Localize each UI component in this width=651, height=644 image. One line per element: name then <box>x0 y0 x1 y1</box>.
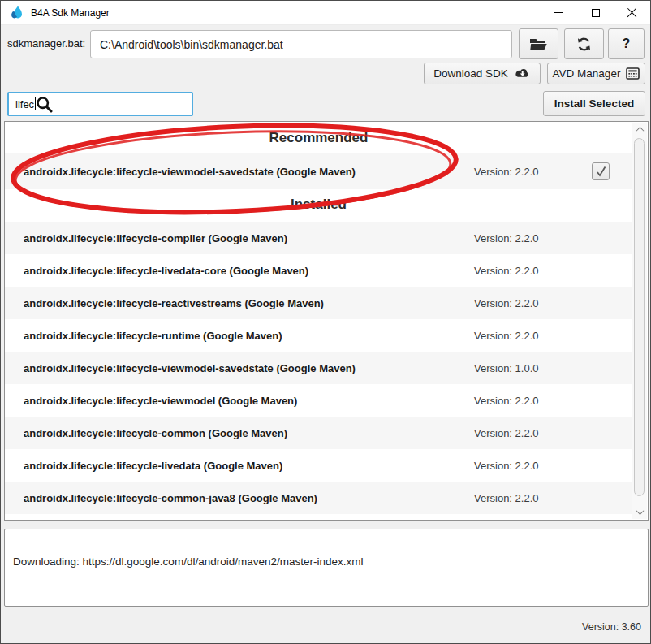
download-sdk-button[interactable]: Download SDK <box>424 63 541 84</box>
download-sdk-label: Download SDK <box>433 67 508 80</box>
package-name: androidx.lifecycle:lifecycle-viewmodel (… <box>5 395 297 407</box>
package-row[interactable]: androidx.lifecycle:lifecycle-common-java… <box>5 482 632 514</box>
package-name: androidx.lifecycle:lifecycle-reactivestr… <box>5 297 324 309</box>
magnifier-icon <box>36 96 53 113</box>
chevron-up-icon <box>636 127 644 135</box>
package-version: Version: 2.2.0 <box>474 232 539 244</box>
maximize-icon <box>592 9 600 17</box>
section-header-recommended: Recommended <box>5 130 632 149</box>
package-version: Version: 2.2.0 <box>474 460 539 472</box>
package-version: Version: 1.0.0 <box>474 362 539 374</box>
package-row[interactable]: androidx.lifecycle:lifecycle-viewmodel-s… <box>5 352 632 384</box>
install-selected-button[interactable]: Install Selected <box>543 91 645 116</box>
minimize-button[interactable] <box>541 1 577 24</box>
package-row[interactable]: androidx.lifecycle:lifecycle-livedata (G… <box>5 449 632 482</box>
package-name: androidx.lifecycle:lifecycle-runtime (Go… <box>5 330 282 342</box>
package-name: androidx.lifecycle:lifecycle-common (Goo… <box>5 427 287 439</box>
package-version: Version: 2.2.0 <box>474 492 539 504</box>
scroll-down-button[interactable] <box>632 505 647 519</box>
window-title: B4A Sdk Manager <box>31 7 110 19</box>
package-version: Version: 2.2.0 <box>474 166 539 178</box>
close-icon <box>627 7 637 18</box>
vertical-scrollbar[interactable] <box>632 123 647 519</box>
refresh-button[interactable] <box>564 28 604 59</box>
package-version: Version: 2.2.0 <box>474 297 539 309</box>
help-button[interactable]: ? <box>608 28 645 59</box>
close-button[interactable] <box>614 1 650 24</box>
package-list-panel: Recommended androidx.lifecycle:lifecycle… <box>4 121 649 521</box>
flame-icon <box>8 5 24 21</box>
title-bar: B4A Sdk Manager <box>1 1 650 25</box>
minimize-icon <box>554 12 563 13</box>
package-version: Version: 2.2.0 <box>474 330 539 342</box>
sdkmanager-path-input[interactable] <box>90 30 512 58</box>
package-checkbox[interactable] <box>592 162 610 180</box>
package-row[interactable]: androidx.lifecycle:lifecycle-reactivestr… <box>5 287 632 319</box>
status-panel: Downloading: https://dl.google.com/dl/an… <box>4 529 649 607</box>
package-name: androidx.lifecycle:lifecycle-livedata (G… <box>5 460 282 472</box>
chevron-down-icon <box>636 507 644 515</box>
package-name: androidx.lifecycle:lifecycle-viewmodel-s… <box>5 362 356 374</box>
install-selected-label: Install Selected <box>554 97 634 110</box>
package-version: Version: 2.2.0 <box>474 395 539 407</box>
search-input[interactable]: lifec <box>7 92 193 116</box>
package-row[interactable]: androidx.lifecycle:lifecycle-viewmodel (… <box>5 384 632 417</box>
cloud-download-icon <box>514 67 531 80</box>
package-row[interactable]: androidx.lifecycle:lifecycle-runtime (Go… <box>5 319 632 352</box>
open-folder-icon <box>529 37 548 51</box>
help-question-icon: ? <box>623 37 631 51</box>
package-name: androidx.lifecycle:lifecycle-livedata-co… <box>5 265 308 277</box>
package-row[interactable]: androidx.lifecycle:lifecycle-common (Goo… <box>5 417 632 449</box>
package-name: androidx.lifecycle:lifecycle-common-java… <box>5 492 317 504</box>
checkmark-icon <box>595 166 607 178</box>
package-row[interactable]: androidx.lifecycle:lifecycle-compiler (G… <box>5 222 632 254</box>
section-header-installed: Installed <box>5 194 632 215</box>
window-controls <box>541 1 650 24</box>
status-message: Downloading: https://dl.google.com/dl/an… <box>13 555 363 568</box>
package-version: Version: 2.2.0 <box>474 265 539 277</box>
browse-button[interactable] <box>519 28 558 59</box>
calculator-icon <box>626 67 640 80</box>
refresh-icon <box>576 37 592 52</box>
scrollbar-thumb[interactable] <box>634 138 645 496</box>
package-name: androidx.lifecycle:lifecycle-viewmodel-s… <box>5 166 356 178</box>
package-version: Version: 2.2.0 <box>474 427 539 439</box>
package-row-recommended[interactable]: androidx.lifecycle:lifecycle-viewmodel-s… <box>5 153 632 189</box>
avd-manager-button[interactable]: AVD Manager <box>547 63 645 84</box>
package-row[interactable]: androidx.lifecycle:lifecycle-livedata-co… <box>5 254 632 287</box>
package-name: androidx.lifecycle:lifecycle-compiler (G… <box>5 232 287 244</box>
avd-manager-label: AVD Manager <box>553 67 621 80</box>
app-version-label: Version: 3.60 <box>582 621 641 633</box>
package-list: Recommended androidx.lifecycle:lifecycle… <box>5 122 632 520</box>
search-value: lifec <box>15 98 34 110</box>
sdkmanager-path-label: sdkmanager.bat: <box>7 37 85 50</box>
maximize-button[interactable] <box>577 1 614 24</box>
app-window: B4A Sdk Manager sdkmanager.bat: ? <box>0 0 651 644</box>
scroll-up-button[interactable] <box>632 123 647 136</box>
